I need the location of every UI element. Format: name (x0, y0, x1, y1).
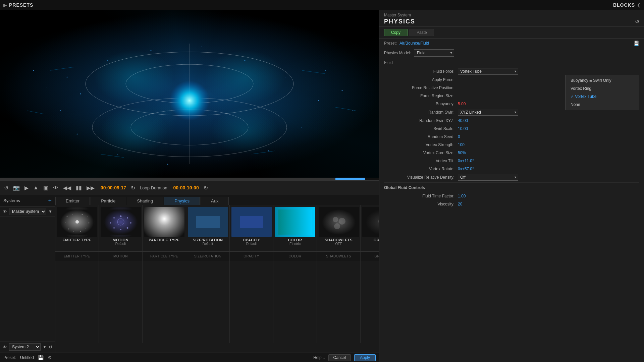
svg-point-13 (302, 127, 302, 128)
add-system-icon[interactable]: + (48, 197, 52, 204)
card-label-particle-type: PARTICLE TYPE (149, 238, 179, 242)
tab-aux[interactable]: Aux (201, 197, 229, 205)
rp-buoyancy-label: Buoyancy: (384, 102, 458, 106)
collapse-icon[interactable]: ❮ (637, 2, 641, 7)
random-swirl-select-wrapper: XYZ Linked ▼ (458, 109, 518, 116)
rp-vortex-core-value[interactable]: 50% (458, 150, 466, 155)
fluid-force-select[interactable]: Vortex Tube Buoyancy & Swirl Only Vortex… (458, 68, 518, 75)
rp-preset-save-icon[interactable]: 💾 (634, 41, 639, 46)
svg-point-41 (87, 217, 88, 217)
rp-fluid-time-value[interactable]: 1.00 (458, 194, 466, 198)
status-settings-icon[interactable]: ⚙ (48, 355, 52, 360)
svg-point-43 (85, 229, 86, 229)
reset-loop-icon[interactable]: ↻ (204, 185, 208, 191)
cards-label-row: EMITTER TYPE MOTION PARTICLE TYPE SIZE/R… (55, 251, 379, 261)
svg-point-64 (333, 217, 338, 222)
dd-item-vortex-ring[interactable]: Vortex Ring (566, 84, 639, 93)
card-particle-type[interactable]: PARTICLE TYPE (143, 205, 186, 343)
card-opacity[interactable]: OPACITY Default (230, 205, 273, 343)
forward-icon[interactable]: ▶▶ (87, 185, 95, 191)
viewport-scrollbar[interactable] (0, 178, 379, 180)
svg-point-27 (205, 50, 285, 104)
card-motion[interactable]: MOTION Default (99, 205, 143, 343)
card-thumb-color (275, 207, 315, 237)
bell-icon[interactable]: ▲ (33, 185, 39, 191)
tab-emitter[interactable]: Emitter (55, 197, 90, 205)
camera-icon[interactable]: 📷 (13, 185, 20, 191)
rp-reset-icon[interactable]: ↺ (635, 18, 639, 25)
system-dropdown-1[interactable]: Master System (9, 208, 46, 215)
card-size-rotation[interactable]: SIZE/ROTATION Default (186, 205, 230, 343)
rp-header: Master System PHYSICS ↺ (379, 10, 644, 27)
random-swirl-select[interactable]: XYZ Linked (458, 109, 518, 116)
time-display: 00:00:09:17 (101, 185, 126, 190)
eye-icon[interactable]: 👁 (53, 185, 58, 191)
rp-vortex-tilt-label: Vortex Tilt: (384, 159, 458, 163)
svg-line-31 (302, 70, 325, 74)
svg-point-44 (80, 231, 81, 232)
rp-fluid-time-row: Fluid Time Factor: 1.00 (379, 192, 644, 200)
speaker-icon[interactable]: ▶ (24, 185, 29, 191)
rp-swirl-scale-label: Swirl Scale: (384, 126, 458, 131)
bottom-label-gravity: GRAVITY (361, 252, 379, 261)
visualize-select[interactable]: Off On (458, 174, 518, 181)
system-expand-2[interactable]: ▼ (43, 345, 47, 349)
rp-vortex-strength-value[interactable]: 100 (458, 142, 465, 147)
card-emitter-type[interactable]: EMITTER TYPE (55, 205, 99, 343)
system-expand-1[interactable]: ▼ (48, 209, 52, 214)
copy-button[interactable]: Copy (384, 29, 408, 36)
tab-physics[interactable]: Physics (164, 197, 200, 205)
undo-icon[interactable]: ↺ (4, 185, 8, 191)
rewind-icon[interactable]: ◀◀ (63, 185, 71, 191)
dd-item-vortex-tube[interactable]: Vortex Tube (566, 93, 639, 101)
tab-particle[interactable]: Particle (91, 197, 126, 205)
top-bar-right: BLOCKS ❮ (613, 2, 641, 8)
rp-viscosity-value[interactable]: 20 (458, 202, 462, 206)
back-icon[interactable]: ▶ (3, 2, 7, 8)
rp-random-seed-value[interactable]: 0 (458, 134, 460, 139)
svg-point-22 (33, 70, 34, 71)
layout-icon[interactable]: ▣ (43, 185, 48, 191)
card-color[interactable]: COLOR Electric (273, 205, 317, 343)
presets-label[interactable]: PRESETS (9, 2, 33, 8)
rp-random-swirl-xyz-row: Random Swirl XYZ: 40.00 (379, 117, 644, 125)
rp-vortex-rotate-value[interactable]: 0x+57.0° (458, 167, 474, 171)
rp-random-swirl-xyz-value[interactable]: 40.00 (458, 118, 468, 123)
card-gravity[interactable]: GRAVITY OFF (361, 205, 379, 343)
system-dropdown-2[interactable]: System 2 (9, 343, 41, 351)
svg-point-15 (218, 161, 218, 161)
fluid-force-dropdown-menu[interactable]: Buoyancy & Swirl Only Vortex Ring Vortex… (566, 75, 639, 110)
rp-vortex-tilt-value[interactable]: 0x+11.0° (458, 159, 474, 163)
loop-label: Loop Duration: (140, 185, 168, 190)
svg-point-17 (117, 154, 118, 155)
status-save-icon[interactable]: 💾 (38, 355, 44, 360)
fluid-force-select-wrapper: Vortex Tube Buoyancy & Swirl Only Vortex… (458, 68, 518, 75)
svg-line-32 (101, 154, 124, 158)
rp-buoyancy-value[interactable]: 5.00 (458, 102, 466, 106)
svg-line-34 (27, 111, 44, 114)
tab-shading[interactable]: Shading (127, 197, 164, 205)
rp-swirl-scale-value[interactable]: 10.00 (458, 126, 468, 131)
status-preset-label: Preset: (3, 355, 16, 360)
eye-icon-1[interactable]: 👁 (3, 209, 7, 214)
paste-button[interactable]: Paste (410, 29, 434, 36)
dd-item-buoyancy[interactable]: Buoyancy & Swirl Only (566, 76, 639, 84)
rp-viscosity-row: Viscosity: 20 (379, 200, 644, 208)
rp-vortex-rotate-label: Vortex Rotate: (384, 167, 458, 171)
pause-icon[interactable]: ▮▮ (76, 185, 82, 191)
card-shadowlets[interactable]: SHADOWLETS OFF (317, 205, 361, 343)
rp-vortex-tilt-row: Vortex Tilt: 0x+11.0° (379, 157, 644, 165)
eye-icon-2[interactable]: 👁 (3, 345, 7, 350)
svg-point-21 (47, 87, 47, 87)
apply-button[interactable]: Apply (354, 354, 376, 361)
dd-item-none[interactable]: None (566, 101, 639, 109)
cancel-button[interactable]: Cancel (328, 354, 351, 361)
svg-point-54 (120, 229, 121, 230)
loop-icon[interactable]: ↻ (131, 185, 135, 191)
system-reset-icon[interactable]: ↺ (49, 345, 52, 350)
help-button[interactable]: Help... (313, 355, 325, 360)
physics-model-select[interactable]: Fluid Bounce Air (414, 49, 454, 57)
rp-preset-value: Air/Bounce/Fluid (399, 41, 429, 46)
card-thumb-opacity (231, 207, 272, 237)
rp-fluid-time-label: Fluid Time Factor: (384, 194, 458, 198)
